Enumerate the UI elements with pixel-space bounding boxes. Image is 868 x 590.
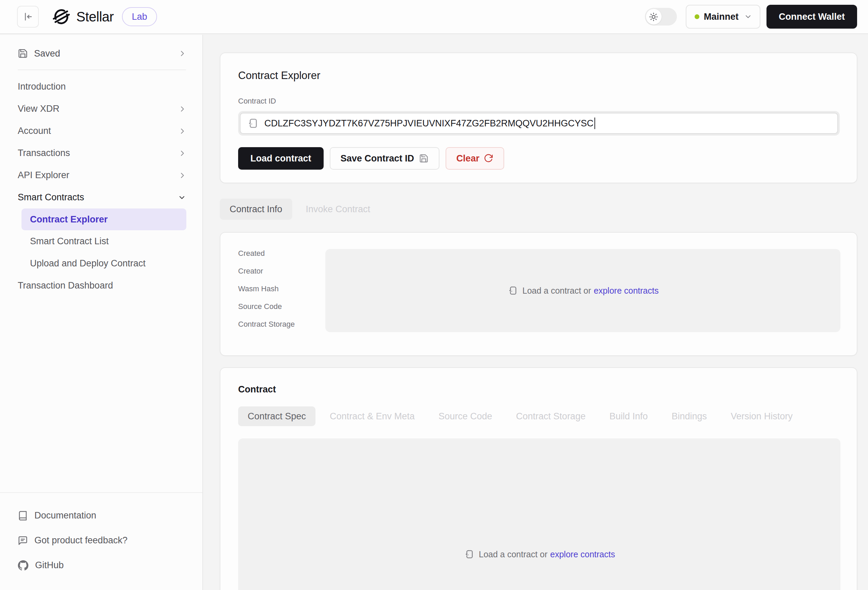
contract-card-title: Contract bbox=[238, 384, 840, 395]
contract-id-label: Contract ID bbox=[238, 97, 840, 106]
text-caret bbox=[595, 118, 595, 129]
github-icon bbox=[18, 560, 29, 571]
contract-info-empty-box: Load a contract or explore contracts bbox=[325, 249, 840, 332]
sidebar-item-upload-deploy-contract[interactable]: Upload and Deploy Contract bbox=[0, 252, 202, 274]
empty-state-text: Load a contract or bbox=[479, 549, 548, 559]
tab-build-info[interactable]: Build Info bbox=[600, 406, 657, 426]
tab-contract-spec[interactable]: Contract Spec bbox=[238, 406, 316, 426]
lab-badge: Lab bbox=[122, 7, 157, 26]
explore-contracts-link[interactable]: explore contracts bbox=[594, 286, 658, 296]
sun-icon bbox=[649, 12, 658, 21]
theme-toggle[interactable] bbox=[645, 8, 677, 25]
sidebar-item-contract-explorer[interactable]: Contract Explorer bbox=[21, 208, 186, 230]
load-contract-button[interactable]: Load contract bbox=[238, 147, 323, 170]
clear-button[interactable]: Clear bbox=[446, 147, 505, 170]
refresh-icon bbox=[484, 153, 493, 163]
save-icon bbox=[419, 153, 428, 163]
chevron-right-icon bbox=[179, 105, 186, 113]
contract-card: Contract Contract Spec Contract & Env Me… bbox=[220, 367, 858, 590]
contract-info-labels: Created Creator Wasm Hash Source Code Co… bbox=[238, 249, 325, 338]
sidebar-item-saved[interactable]: Saved bbox=[0, 42, 202, 65]
collapse-sidebar-icon bbox=[23, 12, 33, 22]
sidebar-item-label: Introduction bbox=[18, 81, 66, 92]
network-label: Mainnet bbox=[704, 12, 738, 22]
tab-contract-env-meta[interactable]: Contract & Env Meta bbox=[320, 406, 424, 426]
sidebar-item-label: Upload and Deploy Contract bbox=[30, 258, 145, 269]
tab-invoke-contract[interactable]: Invoke Contract bbox=[297, 199, 380, 220]
book-icon bbox=[18, 510, 28, 521]
sidebar-item-label: Got product feedback? bbox=[34, 535, 127, 546]
chevron-right-icon bbox=[179, 127, 186, 135]
sidebar-item-smart-contract-list[interactable]: Smart Contract List bbox=[0, 230, 202, 252]
created-label: Created bbox=[238, 249, 325, 258]
sidebar-item-documentation[interactable]: Documentation bbox=[18, 503, 186, 528]
clear-label: Clear bbox=[456, 153, 480, 164]
brand[interactable]: Stellar Lab bbox=[52, 7, 157, 26]
creator-label: Creator bbox=[238, 267, 325, 276]
sidebar-footer: Documentation Got product feedback? GitH… bbox=[0, 492, 202, 590]
sidebar-item-label: Smart Contract List bbox=[30, 236, 109, 246]
chevron-right-icon bbox=[179, 50, 186, 57]
contract-info-card: Created Creator Wasm Hash Source Code Co… bbox=[220, 232, 858, 356]
explore-contracts-link[interactable]: explore contracts bbox=[550, 549, 615, 559]
sidebar-item-github[interactable]: GitHub bbox=[18, 553, 186, 578]
sidebar-item-api-explorer[interactable]: API Explorer bbox=[0, 164, 202, 186]
sidebar-item-transactions[interactable]: Transactions bbox=[0, 142, 202, 164]
sidebar: Saved Introduction View XDR Account Tran… bbox=[0, 35, 203, 590]
source-code-label: Source Code bbox=[238, 302, 325, 311]
save-contract-id-button[interactable]: Save Contract ID bbox=[330, 147, 440, 170]
save-icon bbox=[18, 49, 28, 59]
chevron-down-icon bbox=[744, 13, 752, 21]
contract-id-input-shell: CDLZFC3SYJYDZT7K67VZ75HPJVIEUVNIXF47ZG2F… bbox=[238, 111, 840, 136]
stellar-logo bbox=[52, 7, 71, 26]
sidebar-item-account[interactable]: Account bbox=[0, 120, 202, 142]
collapse-sidebar-button[interactable] bbox=[17, 6, 39, 28]
page-title: Contract Explorer bbox=[238, 69, 840, 82]
contract-explorer-card: Contract Explorer Contract ID CDLZFC3SYJ… bbox=[220, 52, 858, 183]
sidebar-item-label: Contract Explorer bbox=[30, 214, 108, 225]
sidebar-item-label: View XDR bbox=[18, 103, 60, 114]
main-content: Contract Explorer Contract ID CDLZFC3SYJ… bbox=[203, 35, 868, 590]
tab-contract-storage[interactable]: Contract Storage bbox=[506, 406, 595, 426]
chevron-down-icon bbox=[178, 193, 186, 202]
top-header: Stellar Lab Mainnet Connect Wallet bbox=[0, 0, 868, 34]
sidebar-item-smart-contracts[interactable]: Smart Contracts bbox=[0, 186, 202, 208]
save-contract-id-label: Save Contract ID bbox=[341, 153, 414, 164]
tab-source-code[interactable]: Source Code bbox=[429, 406, 502, 426]
sidebar-item-label: Transactions bbox=[18, 148, 70, 158]
contract-id-value: CDLZFC3SYJYDZT7K67VZ75HPJVIEUVNIXF47ZG2F… bbox=[264, 118, 593, 129]
sidebar-item-transaction-dashboard[interactable]: Transaction Dashboard bbox=[0, 274, 202, 297]
feedback-icon bbox=[18, 535, 28, 546]
contract-file-icon bbox=[247, 117, 259, 130]
sidebar-item-label: Documentation bbox=[34, 510, 96, 521]
contract-tabs: Contract Info Invoke Contract bbox=[220, 199, 858, 220]
sidebar-item-label: Transaction Dashboard bbox=[18, 280, 113, 291]
tab-version-history[interactable]: Version History bbox=[721, 406, 802, 426]
sidebar-item-label: Account bbox=[18, 126, 51, 136]
sidebar-divider bbox=[18, 69, 186, 70]
sidebar-item-label: Smart Contracts bbox=[18, 192, 84, 203]
sidebar-item-feedback[interactable]: Got product feedback? bbox=[18, 528, 186, 553]
sidebar-item-label: Saved bbox=[34, 49, 60, 59]
network-status-dot bbox=[695, 14, 700, 19]
sidebar-item-introduction[interactable]: Introduction bbox=[0, 76, 202, 98]
empty-state-text: Load a contract or bbox=[523, 286, 591, 296]
wasm-hash-label: Wasm Hash bbox=[238, 285, 325, 293]
contract-id-input[interactable]: CDLZFC3SYJYDZT7K67VZ75HPJVIEUVNIXF47ZG2F… bbox=[240, 113, 838, 134]
tab-bindings[interactable]: Bindings bbox=[662, 406, 717, 426]
sidebar-item-label: GitHub bbox=[35, 560, 64, 571]
brand-name: Stellar bbox=[76, 9, 114, 25]
connect-wallet-button[interactable]: Connect Wallet bbox=[766, 5, 857, 29]
sidebar-item-view-xdr[interactable]: View XDR bbox=[0, 98, 202, 120]
chevron-right-icon bbox=[179, 172, 186, 179]
contract-file-icon bbox=[464, 549, 475, 560]
contract-spec-tabs: Contract Spec Contract & Env Meta Source… bbox=[238, 406, 840, 426]
contract-file-icon bbox=[507, 285, 518, 296]
chevron-right-icon bbox=[179, 149, 186, 157]
network-selector[interactable]: Mainnet bbox=[686, 5, 760, 29]
contract-storage-label: Contract Storage bbox=[238, 320, 325, 329]
tab-contract-info[interactable]: Contract Info bbox=[220, 199, 292, 220]
sidebar-item-label: API Explorer bbox=[18, 170, 69, 180]
contract-spec-empty-box: Load a contract or explore contracts bbox=[238, 438, 840, 590]
